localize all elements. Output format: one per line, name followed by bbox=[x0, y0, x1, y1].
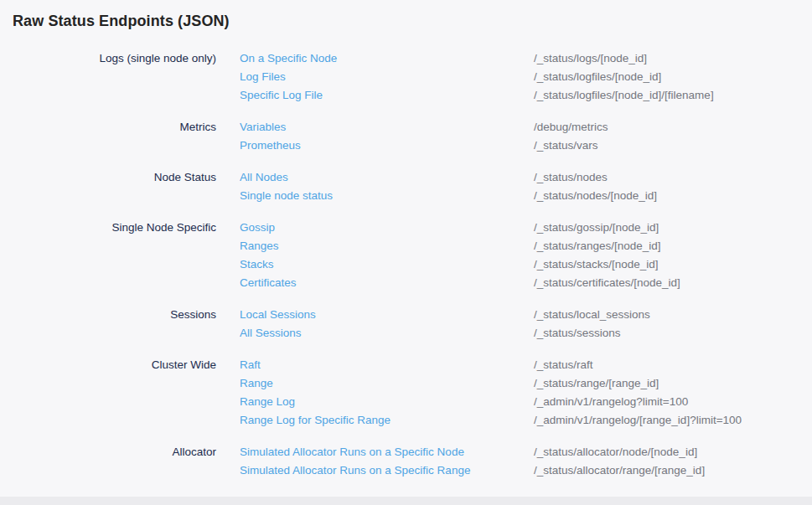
endpoint-row: All Nodes/_status/nodes bbox=[240, 168, 799, 187]
endpoint-link[interactable]: All Nodes bbox=[240, 168, 534, 187]
endpoint-section: Node StatusAll Nodes/_status/nodesSingle… bbox=[13, 168, 799, 205]
endpoint-link[interactable]: Prometheus bbox=[240, 137, 534, 155]
endpoint-path: /_status/vars bbox=[534, 137, 598, 155]
endpoint-row: Stacks/_status/stacks/[node_id] bbox=[240, 255, 799, 274]
endpoint-row: Local Sessions/_status/local_sessions bbox=[240, 306, 799, 324]
endpoint-section: AllocatorSimulated Allocator Runs on a S… bbox=[13, 443, 799, 480]
endpoint-row: Range Log for Specific Range/_admin/v1/r… bbox=[240, 411, 799, 430]
endpoint-link[interactable]: Certificates bbox=[240, 274, 534, 292]
endpoint-path: /_status/ranges/[node_id] bbox=[534, 237, 661, 255]
category-label: Allocator bbox=[13, 443, 216, 461]
endpoint-path: /_status/nodes/[node_id] bbox=[534, 187, 657, 205]
endpoint-row: Specific Log File/_status/logfiles/[node… bbox=[240, 86, 799, 105]
endpoint-sections: Logs (single node only)On a Specific Nod… bbox=[13, 49, 799, 480]
endpoint-link[interactable]: Gossip bbox=[240, 219, 534, 237]
endpoint-link[interactable]: Range bbox=[240, 374, 534, 393]
endpoint-row: Simulated Allocator Runs on a Specific N… bbox=[240, 443, 799, 461]
endpoint-row: Log Files/_status/logfiles/[node_id] bbox=[240, 68, 799, 86]
endpoint-rows: Raft/_status/raftRange/_status/range/[ra… bbox=[240, 356, 799, 430]
endpoint-path: /_status/range/[range_id] bbox=[534, 374, 659, 393]
endpoint-section: Cluster WideRaft/_status/raftRange/_stat… bbox=[13, 356, 799, 430]
endpoint-link[interactable]: Simulated Allocator Runs on a Specific R… bbox=[240, 461, 534, 480]
endpoint-rows: Gossip/_status/gossip/[node_id]Ranges/_s… bbox=[240, 219, 799, 292]
endpoint-path: /_status/local_sessions bbox=[534, 306, 650, 324]
endpoint-link[interactable]: Range Log for Specific Range bbox=[240, 411, 534, 430]
category-label: Node Status bbox=[13, 168, 216, 187]
endpoint-row: All Sessions/_status/sessions bbox=[240, 324, 799, 343]
endpoint-path: /_status/allocator/node/[node_id] bbox=[534, 443, 697, 461]
category-label: Metrics bbox=[13, 118, 216, 137]
endpoint-row: Ranges/_status/ranges/[node_id] bbox=[240, 237, 799, 255]
endpoint-path: /_status/certificates/[node_id] bbox=[534, 274, 680, 292]
endpoint-row: Gossip/_status/gossip/[node_id] bbox=[240, 219, 799, 237]
endpoint-link[interactable]: Simulated Allocator Runs on a Specific N… bbox=[240, 443, 534, 461]
endpoint-path: /_status/logs/[node_id] bbox=[534, 49, 647, 68]
endpoint-path: /_status/nodes bbox=[534, 168, 608, 187]
endpoint-link[interactable]: Single node status bbox=[240, 187, 534, 205]
raw-status-endpoints-page: Raw Status Endpoints (JSON) Logs (single… bbox=[0, 0, 812, 505]
category-label: Single Node Specific bbox=[13, 219, 216, 237]
endpoint-link[interactable]: Log Files bbox=[240, 68, 534, 86]
endpoint-row: Single node status/_status/nodes/[node_i… bbox=[240, 187, 799, 205]
endpoint-path: /_admin/v1/rangelog?limit=100 bbox=[534, 393, 688, 411]
endpoint-section: MetricsVariables/debug/metricsPrometheus… bbox=[13, 118, 799, 155]
endpoint-rows: On a Specific Node/_status/logs/[node_id… bbox=[240, 49, 799, 105]
endpoint-rows: Simulated Allocator Runs on a Specific N… bbox=[240, 443, 799, 480]
endpoint-row: Prometheus/_status/vars bbox=[240, 137, 799, 155]
endpoint-row: Variables/debug/metrics bbox=[240, 118, 799, 137]
endpoint-section: Single Node SpecificGossip/_status/gossi… bbox=[13, 219, 799, 292]
endpoint-section: SessionsLocal Sessions/_status/local_ses… bbox=[13, 306, 799, 343]
endpoint-path: /_status/raft bbox=[534, 356, 593, 374]
category-label: Logs (single node only) bbox=[13, 49, 216, 68]
endpoint-link[interactable]: Stacks bbox=[240, 255, 534, 274]
endpoint-path: /_status/sessions bbox=[534, 324, 621, 343]
endpoint-path: /debug/metrics bbox=[534, 118, 608, 137]
endpoint-link[interactable]: Local Sessions bbox=[240, 306, 534, 324]
endpoint-link[interactable]: Specific Log File bbox=[240, 86, 534, 105]
endpoint-link[interactable]: Ranges bbox=[240, 237, 534, 255]
endpoint-link[interactable]: On a Specific Node bbox=[240, 49, 534, 68]
endpoint-path: /_status/allocator/range/[range_id] bbox=[534, 461, 705, 480]
endpoint-rows: Variables/debug/metricsPrometheus/_statu… bbox=[240, 118, 799, 155]
endpoint-row: On a Specific Node/_status/logs/[node_id… bbox=[240, 49, 799, 68]
endpoint-row: Range/_status/range/[range_id] bbox=[240, 374, 799, 393]
endpoint-path: /_status/logfiles/[node_id] bbox=[534, 68, 661, 86]
endpoint-row: Simulated Allocator Runs on a Specific R… bbox=[240, 461, 799, 480]
endpoint-row: Range Log/_admin/v1/rangelog?limit=100 bbox=[240, 393, 799, 411]
endpoint-rows: Local Sessions/_status/local_sessionsAll… bbox=[240, 306, 799, 343]
endpoint-path: /_status/stacks/[node_id] bbox=[534, 255, 659, 274]
endpoint-path: /_status/logfiles/[node_id]/[filename] bbox=[534, 86, 714, 105]
endpoint-row: Certificates/_status/certificates/[node_… bbox=[240, 274, 799, 292]
endpoint-path: /_status/gossip/[node_id] bbox=[534, 219, 659, 237]
endpoint-section: Logs (single node only)On a Specific Nod… bbox=[13, 49, 799, 105]
endpoint-rows: All Nodes/_status/nodesSingle node statu… bbox=[240, 168, 799, 205]
category-label: Cluster Wide bbox=[13, 356, 216, 374]
page-title: Raw Status Endpoints (JSON) bbox=[13, 11, 799, 31]
endpoint-link[interactable]: Variables bbox=[240, 118, 534, 137]
endpoint-path: /_admin/v1/rangelog/[range_id]?limit=100 bbox=[534, 411, 742, 430]
endpoint-link[interactable]: Raft bbox=[240, 356, 534, 374]
footer-strip bbox=[0, 497, 812, 505]
endpoint-link[interactable]: All Sessions bbox=[240, 324, 534, 343]
category-label: Sessions bbox=[13, 306, 216, 324]
endpoint-link[interactable]: Range Log bbox=[240, 393, 534, 411]
endpoint-row: Raft/_status/raft bbox=[240, 356, 799, 374]
